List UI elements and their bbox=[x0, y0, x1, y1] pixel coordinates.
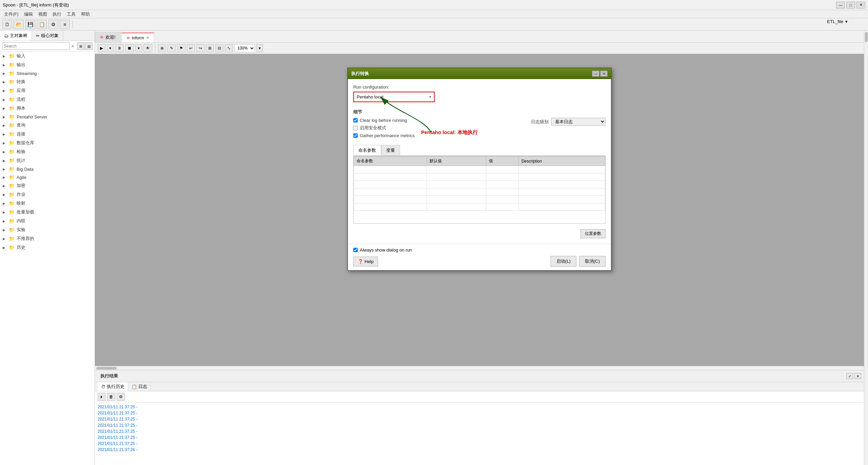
folder-icon-query: 📁 bbox=[9, 123, 15, 128]
tree-item-stats[interactable]: ▶ 📁 统计 bbox=[0, 156, 95, 165]
gather-metrics-checkbox[interactable] bbox=[353, 133, 358, 138]
canvas-btn-2[interactable]: ✎ bbox=[167, 44, 176, 52]
bottom-settings-button[interactable]: ⚙ bbox=[117, 393, 125, 401]
menu-edit[interactable]: 编辑 bbox=[21, 11, 36, 18]
tree-item-inline[interactable]: ▶ 📁 内联 bbox=[0, 217, 95, 225]
tab-inform[interactable]: ❋ inform ✕ bbox=[121, 33, 154, 42]
tree-arrow-streaming: ▶ bbox=[3, 72, 7, 75]
dialog-close-button[interactable]: ✕ bbox=[600, 71, 608, 77]
log-item-4[interactable]: 2021/01/11 21:37:25 - bbox=[98, 422, 861, 428]
tree-item-flow[interactable]: ▶ 📁 流程 bbox=[0, 95, 95, 104]
preview-button[interactable]: 👁 bbox=[143, 44, 152, 52]
expand-button[interactable]: ⤢ bbox=[846, 373, 853, 379]
tree-item-transform[interactable]: ▶ 📁 转换 bbox=[0, 77, 95, 86]
log-item-2[interactable]: 2021/01/11 21:37:25 - bbox=[98, 410, 861, 416]
search-clear-icon[interactable]: ✕ bbox=[71, 44, 74, 49]
tree-item-connection[interactable]: ▶ 📁 连接 bbox=[0, 130, 95, 138]
zoom-dropdown-button[interactable]: ▾ bbox=[256, 44, 263, 52]
canvas-btn-6[interactable]: ⊞ bbox=[206, 44, 214, 52]
save-button[interactable]: 💾 bbox=[25, 20, 35, 29]
canvas-btn-1[interactable]: ⊕ bbox=[158, 44, 166, 52]
tree-item-output[interactable]: ▶ 📁 输出 bbox=[0, 60, 95, 69]
pause-button[interactable]: ⏸ bbox=[115, 44, 124, 52]
cancel-button[interactable]: 取消(C) bbox=[579, 256, 606, 267]
menu-file[interactable]: 文件(F) bbox=[1, 11, 21, 18]
log-item-7[interactable]: 2021/01/11 21:37:25 - bbox=[98, 441, 861, 447]
tree-item-warehouse[interactable]: ▶ 📁 数据仓库 bbox=[0, 138, 95, 147]
log-level-select[interactable]: 基本日志 详细日志 调试 无 bbox=[551, 118, 606, 126]
always-show-checkbox[interactable] bbox=[353, 248, 358, 252]
tab-core-objects[interactable]: ✏ 核心对象 bbox=[32, 31, 63, 41]
save-as-button[interactable]: 📋 bbox=[37, 20, 47, 29]
menu-view[interactable]: 视图 bbox=[36, 11, 50, 18]
layers-button[interactable]: ≡ bbox=[60, 20, 70, 29]
zoom-select[interactable]: 100% 75% 150% bbox=[234, 44, 255, 52]
canvas-btn-7[interactable]: ⊟ bbox=[215, 44, 223, 52]
inform-tab-close[interactable]: ✕ bbox=[146, 36, 149, 40]
bottom-delete-button[interactable]: 🗑 bbox=[107, 393, 115, 401]
menu-help[interactable]: 帮助 bbox=[78, 11, 93, 18]
settings-button[interactable]: ⚙ bbox=[48, 20, 58, 29]
tree-item-agile[interactable]: ▶ 📁 Agile bbox=[0, 173, 95, 181]
tree-item-apply[interactable]: ▶ 📁 应用 bbox=[0, 86, 95, 95]
menu-tools[interactable]: 工具 bbox=[64, 11, 78, 18]
tree-item-mapping[interactable]: ▶ 📁 映射 bbox=[0, 199, 95, 208]
tree-item-streaming[interactable]: ▶ 📁 Streaming bbox=[0, 69, 95, 77]
tree-item-encrypt[interactable]: ▶ 📁 加密 bbox=[0, 181, 95, 190]
stop-button[interactable]: ⏹ bbox=[125, 44, 134, 52]
canvas-btn-4[interactable]: ↩ bbox=[187, 44, 195, 52]
maximize-button[interactable]: □ bbox=[846, 2, 855, 8]
tree-item-bigdata[interactable]: ▶ 📁 Big Data bbox=[0, 165, 95, 173]
log-item-5[interactable]: 2021/01/11 21:37:25 - bbox=[98, 428, 861, 434]
close-bottom-button[interactable]: ✕ bbox=[854, 373, 861, 379]
tree-item-input[interactable]: ▶ 📁 输入 bbox=[0, 52, 95, 60]
dialog-tab-named-params[interactable]: 命名参数 bbox=[353, 145, 381, 155]
titlebar-controls: — □ ✕ bbox=[836, 2, 865, 8]
layout-btn-2[interactable]: ▤ bbox=[85, 42, 93, 50]
stop-dropdown-button[interactable]: ▾ bbox=[135, 44, 142, 52]
etl-dropdown-icon[interactable]: ▾ bbox=[845, 19, 848, 24]
canvas-btn-5[interactable]: ↪ bbox=[196, 44, 204, 52]
open-button[interactable]: 📂 bbox=[14, 20, 24, 29]
search-input[interactable] bbox=[2, 42, 70, 50]
tree-item-experiment[interactable]: ▶ 📁 实验 bbox=[0, 225, 95, 234]
tree-item-deprecated[interactable]: ▶ 📁 不推荐的 bbox=[0, 234, 95, 243]
log-item-8[interactable]: 2021/01/11 21:37:26 - bbox=[98, 447, 861, 453]
new-file-button[interactable]: 🗋 bbox=[2, 20, 12, 29]
minimize-button[interactable]: — bbox=[836, 2, 845, 8]
dialog-minimize-button[interactable]: — bbox=[592, 71, 599, 77]
tab-welcome[interactable]: ❋ 欢迎! bbox=[95, 32, 121, 42]
help-button[interactable]: ❓ Help bbox=[353, 257, 378, 266]
canvas-btn-8[interactable]: ⤡ bbox=[225, 44, 233, 52]
layout-btn-1[interactable]: ⊞ bbox=[77, 42, 84, 50]
canvas-btn-3[interactable]: ⚑ bbox=[177, 44, 185, 52]
log-list: 2021/01/11 21:37:25 - 2021/01/11 21:37:2… bbox=[95, 403, 864, 465]
log-item-1[interactable]: 2021/01/11 21:37:25 - bbox=[98, 404, 861, 410]
tree-item-script[interactable]: ▶ 📁 脚本 bbox=[0, 104, 95, 113]
tree-item-pentaho-server[interactable]: ▶ 📁 Pentaho Server bbox=[0, 113, 95, 121]
tree-item-job[interactable]: ▶ 📁 作业 bbox=[0, 190, 95, 199]
close-button[interactable]: ✕ bbox=[856, 2, 865, 8]
run-config-select[interactable]: Pentaho local bbox=[355, 93, 427, 101]
run-button[interactable]: ▶ bbox=[98, 44, 105, 52]
run-dropdown-button[interactable]: ▾ bbox=[107, 44, 114, 52]
tree-item-bulk-load[interactable]: ▶ 📁 批量加载 bbox=[0, 208, 95, 217]
log-item-6[interactable]: 2021/01/11 21:37:25 - bbox=[98, 434, 861, 441]
dialog-tab-variables[interactable]: 变量 bbox=[381, 145, 400, 155]
tree-item-history[interactable]: ▶ 📁 历史 bbox=[0, 243, 95, 252]
bottom-tab-log[interactable]: 📋 日志 bbox=[128, 382, 151, 391]
canvas-area[interactable]: 执行转换 — ✕ Run configuration: bbox=[95, 54, 864, 366]
menu-run[interactable]: 执行 bbox=[50, 11, 64, 18]
bottom-tab-history[interactable]: ⏱ 执行历史 bbox=[98, 382, 128, 391]
tab-main-objects[interactable]: 🗂 主对象树 bbox=[0, 31, 32, 41]
tree-item-validate[interactable]: ▶ 📁 检验 bbox=[0, 147, 95, 156]
canvas-scrollbar-h[interactable] bbox=[95, 366, 864, 370]
safe-mode-checkbox[interactable] bbox=[353, 126, 358, 130]
clear-log-checkbox[interactable] bbox=[353, 118, 358, 123]
start-button[interactable]: 启动(L) bbox=[551, 256, 576, 267]
bottom-play-button[interactable]: ⏵ bbox=[98, 393, 106, 401]
tree-item-query[interactable]: ▶ 📁 查询 bbox=[0, 121, 95, 130]
tree-label-transform: 转换 bbox=[17, 79, 25, 85]
log-item-3[interactable]: 2021/01/11 21:37:25 - bbox=[98, 416, 861, 422]
position-params-button[interactable]: 位置参数 bbox=[580, 229, 606, 238]
